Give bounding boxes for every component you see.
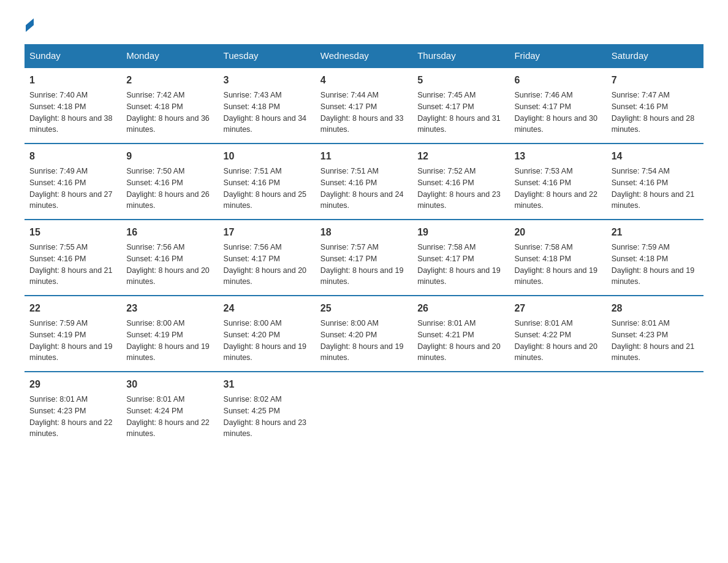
calendar-cell: 20Sunrise: 7:58 AMSunset: 4:18 PMDayligh… [509, 220, 606, 296]
day-number: 27 [514, 301, 601, 316]
calendar-cell: 5Sunrise: 7:45 AMSunset: 4:17 PMDaylight… [412, 67, 509, 144]
day-number: 6 [514, 73, 601, 88]
day-info: Sunrise: 7:47 AMSunset: 4:16 PMDaylight:… [612, 90, 699, 136]
calendar-table: SundayMondayTuesdayWednesdayThursdayFrid… [25, 44, 703, 447]
calendar-cell: 3Sunrise: 7:43 AMSunset: 4:18 PMDaylight… [219, 67, 316, 144]
day-number: 17 [224, 225, 311, 240]
day-number: 23 [126, 301, 213, 316]
day-info: Sunrise: 7:42 AMSunset: 4:18 PMDaylight:… [126, 90, 213, 136]
calendar-cell: 15Sunrise: 7:55 AMSunset: 4:16 PMDayligh… [25, 220, 121, 296]
day-number: 15 [29, 225, 116, 240]
day-number: 11 [320, 149, 408, 164]
week-row-2: 8Sunrise: 7:49 AMSunset: 4:16 PMDaylight… [25, 144, 703, 220]
calendar-cell: 6Sunrise: 7:46 AMSunset: 4:17 PMDaylight… [509, 67, 606, 144]
calendar-cell [607, 372, 703, 447]
calendar-cell: 26Sunrise: 8:01 AMSunset: 4:21 PMDayligh… [412, 296, 509, 372]
week-row-3: 15Sunrise: 7:55 AMSunset: 4:16 PMDayligh… [25, 220, 703, 296]
day-number: 29 [29, 377, 116, 392]
day-info: Sunrise: 7:56 AMSunset: 4:16 PMDaylight:… [126, 242, 213, 288]
day-info: Sunrise: 8:00 AMSunset: 4:20 PMDaylight:… [224, 318, 311, 364]
day-number: 3 [224, 73, 311, 88]
day-number: 8 [29, 149, 116, 164]
day-number: 25 [320, 301, 408, 316]
day-number: 4 [320, 73, 408, 88]
day-number: 31 [224, 377, 311, 392]
day-info: Sunrise: 8:01 AMSunset: 4:24 PMDaylight:… [126, 394, 213, 440]
day-number: 5 [417, 73, 504, 88]
day-number: 18 [320, 225, 408, 240]
day-info: Sunrise: 7:50 AMSunset: 4:16 PMDaylight:… [126, 166, 213, 212]
week-row-1: 1Sunrise: 7:40 AMSunset: 4:18 PMDaylight… [25, 67, 703, 144]
header-sunday: Sunday [25, 44, 121, 67]
calendar-cell: 13Sunrise: 7:53 AMSunset: 4:16 PMDayligh… [509, 144, 606, 220]
day-info: Sunrise: 8:01 AMSunset: 4:22 PMDaylight:… [514, 318, 601, 364]
calendar-cell: 7Sunrise: 7:47 AMSunset: 4:16 PMDaylight… [607, 67, 703, 144]
day-info: Sunrise: 8:01 AMSunset: 4:21 PMDaylight:… [417, 318, 504, 364]
calendar-cell: 19Sunrise: 7:58 AMSunset: 4:17 PMDayligh… [412, 220, 509, 296]
day-info: Sunrise: 7:58 AMSunset: 4:18 PMDaylight:… [514, 242, 601, 288]
calendar-cell: 22Sunrise: 7:59 AMSunset: 4:19 PMDayligh… [25, 296, 121, 372]
day-info: Sunrise: 7:59 AMSunset: 4:19 PMDaylight:… [29, 318, 116, 364]
calendar-cell: 11Sunrise: 7:51 AMSunset: 4:16 PMDayligh… [316, 144, 412, 220]
calendar-cell: 21Sunrise: 7:59 AMSunset: 4:18 PMDayligh… [607, 220, 703, 296]
day-info: Sunrise: 7:51 AMSunset: 4:16 PMDaylight:… [320, 166, 408, 212]
calendar-cell: 23Sunrise: 8:00 AMSunset: 4:19 PMDayligh… [121, 296, 218, 372]
header-saturday: Saturday [607, 44, 703, 67]
day-info: Sunrise: 7:49 AMSunset: 4:16 PMDaylight:… [29, 166, 116, 212]
day-number: 10 [224, 149, 311, 164]
calendar-cell [412, 372, 509, 447]
calendar-cell: 31Sunrise: 8:02 AMSunset: 4:25 PMDayligh… [219, 372, 316, 447]
day-info: Sunrise: 8:00 AMSunset: 4:19 PMDaylight:… [126, 318, 213, 364]
day-info: Sunrise: 8:00 AMSunset: 4:20 PMDaylight:… [320, 318, 408, 364]
calendar-cell: 8Sunrise: 7:49 AMSunset: 4:16 PMDaylight… [25, 144, 121, 220]
calendar-cell: 16Sunrise: 7:56 AMSunset: 4:16 PMDayligh… [121, 220, 218, 296]
day-info: Sunrise: 7:51 AMSunset: 4:16 PMDaylight:… [224, 166, 311, 212]
calendar-cell: 12Sunrise: 7:52 AMSunset: 4:16 PMDayligh… [412, 144, 509, 220]
day-number: 16 [126, 225, 213, 240]
calendar-cell: 27Sunrise: 8:01 AMSunset: 4:22 PMDayligh… [509, 296, 606, 372]
header-monday: Monday [121, 44, 218, 67]
day-number: 19 [417, 225, 504, 240]
day-info: Sunrise: 7:56 AMSunset: 4:17 PMDaylight:… [224, 242, 311, 288]
day-info: Sunrise: 7:52 AMSunset: 4:16 PMDaylight:… [417, 166, 504, 212]
header-thursday: Thursday [412, 44, 509, 67]
calendar-cell: 9Sunrise: 7:50 AMSunset: 4:16 PMDaylight… [121, 144, 218, 220]
calendar-cell: 17Sunrise: 7:56 AMSunset: 4:17 PMDayligh… [219, 220, 316, 296]
day-number: 21 [612, 225, 699, 240]
day-number: 9 [126, 149, 213, 164]
calendar-cell: 24Sunrise: 8:00 AMSunset: 4:20 PMDayligh… [219, 296, 316, 372]
day-number: 12 [417, 149, 504, 164]
day-info: Sunrise: 7:59 AMSunset: 4:18 PMDaylight:… [612, 242, 699, 288]
day-number: 7 [612, 73, 699, 88]
week-row-4: 22Sunrise: 7:59 AMSunset: 4:19 PMDayligh… [25, 296, 703, 372]
day-number: 26 [417, 301, 504, 316]
calendar-cell [316, 372, 412, 447]
day-number: 2 [126, 73, 213, 88]
calendar-cell: 18Sunrise: 7:57 AMSunset: 4:17 PMDayligh… [316, 220, 412, 296]
day-number: 24 [224, 301, 311, 316]
day-info: Sunrise: 7:43 AMSunset: 4:18 PMDaylight:… [224, 90, 311, 136]
day-info: Sunrise: 7:44 AMSunset: 4:17 PMDaylight:… [320, 90, 408, 136]
day-info: Sunrise: 8:01 AMSunset: 4:23 PMDaylight:… [29, 394, 116, 440]
calendar-cell: 28Sunrise: 8:01 AMSunset: 4:23 PMDayligh… [607, 296, 703, 372]
calendar-cell: 14Sunrise: 7:54 AMSunset: 4:16 PMDayligh… [607, 144, 703, 220]
day-info: Sunrise: 7:46 AMSunset: 4:17 PMDaylight:… [514, 90, 601, 136]
day-number: 22 [29, 301, 116, 316]
calendar-cell [509, 372, 606, 447]
day-number: 28 [612, 301, 699, 316]
day-info: Sunrise: 7:53 AMSunset: 4:16 PMDaylight:… [514, 166, 601, 212]
page-header [25, 18, 703, 32]
day-number: 1 [29, 73, 116, 88]
day-info: Sunrise: 7:54 AMSunset: 4:16 PMDaylight:… [612, 166, 699, 212]
calendar-cell: 4Sunrise: 7:44 AMSunset: 4:17 PMDaylight… [316, 67, 412, 144]
day-number: 30 [126, 377, 213, 392]
calendar-cell: 1Sunrise: 7:40 AMSunset: 4:18 PMDaylight… [25, 67, 121, 144]
header-friday: Friday [509, 44, 606, 67]
day-info: Sunrise: 7:57 AMSunset: 4:17 PMDaylight:… [320, 242, 408, 288]
calendar-cell: 2Sunrise: 7:42 AMSunset: 4:18 PMDaylight… [121, 67, 218, 144]
day-info: Sunrise: 7:45 AMSunset: 4:17 PMDaylight:… [417, 90, 504, 136]
calendar-cell: 25Sunrise: 8:00 AMSunset: 4:20 PMDayligh… [316, 296, 412, 372]
day-info: Sunrise: 8:02 AMSunset: 4:25 PMDaylight:… [224, 394, 311, 440]
calendar-cell: 10Sunrise: 7:51 AMSunset: 4:16 PMDayligh… [219, 144, 316, 220]
day-info: Sunrise: 7:40 AMSunset: 4:18 PMDaylight:… [29, 90, 116, 136]
